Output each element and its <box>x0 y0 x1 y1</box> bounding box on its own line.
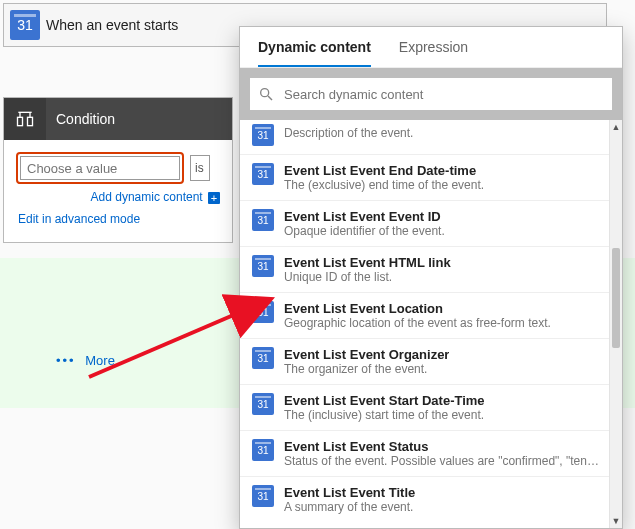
condition-title: Condition <box>46 111 115 127</box>
item-title: Event List Event Event ID <box>284 209 445 224</box>
item-desc: Description of the event. <box>284 126 460 140</box>
calendar-icon: 31 <box>252 255 274 277</box>
svg-rect-0 <box>18 117 23 125</box>
calendar-icon: 31 <box>252 393 274 415</box>
ellipsis-icon: ••• <box>56 353 76 368</box>
list-item[interactable]: 31 Event List Event Organizer The organi… <box>240 338 610 384</box>
svg-point-2 <box>261 89 269 97</box>
dynamic-content-list: 31 Event List Event Description Descript… <box>240 120 622 528</box>
item-title: Event List Event Status <box>284 439 600 454</box>
choose-value-input[interactable] <box>20 156 180 180</box>
dynamic-content-flyout: Dynamic content Expression 31 Event List… <box>239 26 623 529</box>
item-desc: The (inclusive) start time of the event. <box>284 408 485 422</box>
plus-icon[interactable]: + <box>208 192 220 204</box>
calendar-icon: 31 <box>252 124 274 146</box>
list-item[interactable]: 31 Event List Event Status Status of the… <box>240 430 610 476</box>
item-desc: A summary of the event. <box>284 500 415 514</box>
more-link[interactable]: ••• More <box>56 353 115 368</box>
more-label: More <box>85 353 115 368</box>
list-item[interactable]: 31 Event List Event End Date-time The (e… <box>240 154 610 200</box>
item-desc: The organizer of the event. <box>284 362 449 376</box>
search-box[interactable] <box>250 78 612 110</box>
svg-rect-1 <box>28 117 33 125</box>
item-title: Event List Event Location <box>284 301 551 316</box>
item-desc: The (exclusive) end time of the event. <box>284 178 484 192</box>
search-input[interactable] <box>282 86 604 103</box>
scroll-down-icon[interactable]: ▼ <box>610 514 622 528</box>
value-input-highlight <box>16 152 184 184</box>
scrollbar[interactable]: ▲ ▼ <box>609 120 622 528</box>
item-title: Event List Event End Date-time <box>284 163 484 178</box>
calendar-icon: 31 <box>252 301 274 323</box>
item-title: Event List Event Title <box>284 485 415 500</box>
operator-dropdown[interactable]: is <box>190 155 210 181</box>
scroll-track[interactable] <box>610 134 622 514</box>
add-dynamic-content-link[interactable]: Add dynamic content <box>91 190 203 204</box>
calendar-icon: 31 <box>252 485 274 507</box>
item-desc: Unique ID of the list. <box>284 270 451 284</box>
tab-expression[interactable]: Expression <box>399 39 468 67</box>
item-title: Event List Event Start Date-Time <box>284 393 485 408</box>
list-item[interactable]: 31 Event List Event HTML link Unique ID … <box>240 246 610 292</box>
condition-header[interactable]: Condition <box>4 98 232 140</box>
edit-advanced-mode-link[interactable]: Edit in advanced mode <box>16 204 142 230</box>
list-item[interactable]: 31 Event List Event Event ID Opaque iden… <box>240 200 610 246</box>
item-desc: Geographic location of the event as free… <box>284 316 551 330</box>
list-item[interactable]: 31 Event List Event Start Date-Time The … <box>240 384 610 430</box>
trigger-title: When an event starts <box>46 17 178 33</box>
svg-line-3 <box>268 96 272 100</box>
item-title: Event List Event Organizer <box>284 347 449 362</box>
item-title: Event List Event HTML link <box>284 255 451 270</box>
list-item[interactable]: 31 Event List Event Location Geographic … <box>240 292 610 338</box>
item-desc: Status of the event. Possible values are… <box>284 454 600 468</box>
scroll-thumb[interactable] <box>612 248 620 348</box>
calendar-icon: 31 <box>10 10 40 40</box>
condition-card: Condition is Add dynamic content + Edit … <box>3 97 233 243</box>
condition-icon <box>4 98 46 140</box>
search-icon <box>258 86 274 102</box>
tab-dynamic-content[interactable]: Dynamic content <box>258 39 371 67</box>
calendar-icon: 31 <box>252 209 274 231</box>
calendar-icon: 31 <box>252 347 274 369</box>
calendar-icon: 31 <box>252 439 274 461</box>
list-item[interactable]: 31 Event List Event Description Descript… <box>240 120 610 154</box>
search-row <box>240 68 622 120</box>
calendar-icon: 31 <box>252 163 274 185</box>
scroll-up-icon[interactable]: ▲ <box>610 120 622 134</box>
item-desc: Opaque identifier of the event. <box>284 224 445 238</box>
list-item[interactable]: 31 Event List Event Title A summary of t… <box>240 476 610 522</box>
